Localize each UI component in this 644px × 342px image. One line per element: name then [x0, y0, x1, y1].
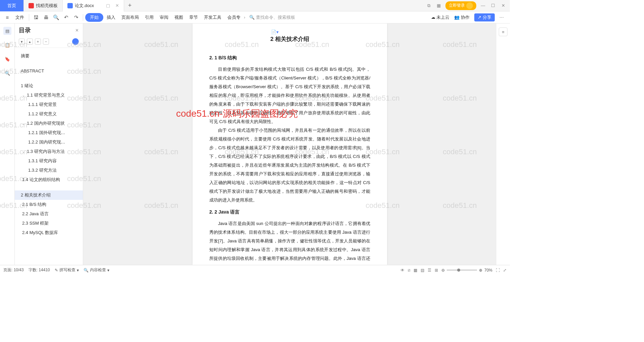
toc-item[interactable]: 2.2 Java 语言	[15, 209, 83, 219]
toc-item[interactable]: 1.1.2 研究意义	[15, 109, 83, 119]
doc-heading-3a: 2. 1 B/S 结构	[209, 53, 370, 62]
toc-item[interactable]: ABSTRACT	[15, 67, 83, 75]
layout-icon[interactable]: ⧉	[425, 2, 432, 9]
redo-icon[interactable]: ↷	[71, 13, 81, 22]
tab-screen-icon[interactable]: ▢	[106, 3, 110, 8]
toc-close-icon[interactable]: ✕	[75, 28, 79, 33]
fitpage-icon[interactable]: ⛶	[496, 268, 500, 273]
menu-chapter[interactable]: 章节	[186, 13, 201, 22]
toc-add-icon[interactable]: +	[35, 39, 41, 45]
tab-document[interactable]: 论文.docx▢✕	[63, 0, 124, 11]
view-print-icon[interactable]: ▤	[421, 268, 424, 273]
toc-collapse-icon[interactable]: ▾	[19, 39, 25, 45]
menu-ref[interactable]: 引用	[142, 13, 156, 22]
daokeicon	[29, 3, 34, 8]
menu-layout[interactable]: 页面布局	[119, 13, 142, 22]
toc-item[interactable]: 1.2.1 国外研究现…	[15, 128, 83, 137]
page-marker-icon[interactable]: 📄▾	[271, 30, 279, 35]
chevron-down-icon: ⌄	[22, 122, 26, 125]
print-icon[interactable]: 🖶	[41, 13, 51, 22]
view-outline-icon[interactable]: ☰	[428, 268, 431, 273]
zoom-out-icon[interactable]: ⊖	[441, 268, 445, 273]
apps-icon[interactable]: ▦	[435, 2, 442, 9]
dock-menu-icon[interactable]: ≡	[499, 27, 507, 36]
toc-item[interactable]: 1.4 论文的组织结构	[15, 175, 83, 184]
doc-paragraph: Java 语言是由美国 sun 公司提出的一种面向对象的程序设计语言，它拥有着优…	[209, 219, 370, 265]
toc-remove-icon[interactable]: −	[43, 39, 49, 45]
word-count[interactable]: 字数: 14410	[29, 267, 50, 273]
doc-heading-2: 2 相关技术介绍	[209, 34, 370, 45]
menu-start[interactable]: 开始	[85, 13, 103, 22]
menu-insert[interactable]: 插入	[104, 13, 118, 22]
search-icon[interactable]: 🔍	[3, 69, 11, 77]
menu-file[interactable]: 文件	[13, 13, 27, 22]
minimize-icon[interactable]: —	[480, 2, 486, 9]
zoom-in-icon[interactable]: ⊕	[479, 268, 482, 273]
titlebar: 首页 找稻壳模板 论文.docx▢✕ + ⧉ ▦ 立即登录 — ☐ ✕	[0, 0, 510, 11]
toc-list: 摘要ABSTRACT1 绪论⌄1.1 研究背景与意义1.1.1 研究背景1.1.…	[15, 48, 83, 265]
toc-ai-icon[interactable]	[72, 38, 79, 45]
right-dock: ≡	[496, 23, 510, 265]
hamburger-icon[interactable]: ≡	[3, 13, 12, 22]
word-icon	[67, 3, 73, 8]
tab-add[interactable]: +	[124, 2, 136, 9]
outline-icon[interactable]: ▤	[3, 27, 11, 35]
toc-item[interactable]: 1.1.1 研究背景	[15, 100, 83, 109]
chevron-down-icon: ⌄	[22, 150, 26, 154]
toc-item[interactable]: 摘要	[15, 51, 83, 61]
doc-heading-3b: 2. 2 Java 语言	[209, 207, 370, 217]
page-indicator[interactable]: 页面: 10/43	[3, 267, 24, 273]
toc-item[interactable]: ⌄1.1 研究背景与意义	[15, 91, 83, 100]
preview-icon[interactable]: 🔍	[51, 13, 61, 22]
avatar-icon	[466, 2, 473, 9]
toc-expand-icon[interactable]: ▴	[27, 39, 33, 45]
zoom-slider[interactable]	[447, 270, 477, 271]
fullscreen-icon[interactable]: ⤢	[503, 268, 506, 273]
menu-view[interactable]: 视图	[172, 13, 186, 22]
toc-title: 目录	[19, 26, 31, 34]
menu-review[interactable]: 审阅	[157, 13, 171, 22]
zoom-control[interactable]: ⊖ ⊕ 70%	[441, 268, 492, 273]
left-toolbar: ▤ 📋 🔖 🔍	[0, 23, 15, 265]
ruler-icon[interactable]: ⊞	[435, 268, 438, 273]
menu-dev[interactable]: 开发工具	[201, 13, 224, 22]
command-search[interactable]: 🔍 查找命令、搜索模板	[246, 14, 299, 20]
close-icon[interactable]: ✕	[500, 2, 506, 9]
chevron-down-icon: ⌄	[22, 94, 26, 97]
toc-item[interactable]: ⌄1.3 研究内容与方法	[15, 147, 83, 156]
tab-close-icon[interactable]: ✕	[115, 3, 119, 8]
toc-sidebar: 目录 ✕ ▾ ▴ + − 摘要ABSTRACT1 绪论⌄1.1 研究背景与意义1…	[15, 23, 83, 265]
collab-button[interactable]: 👥 协作	[454, 14, 470, 20]
zoom-level[interactable]: 70%	[484, 268, 492, 273]
toc-item[interactable]: 2 相关技术介绍	[15, 190, 83, 200]
eye-icon[interactable]: 👁	[400, 268, 405, 273]
share-button[interactable]: ↗ 分享	[474, 13, 495, 21]
menubar: ≡ 文件 🖫 🖶 🔍 ↶ ↷ 开始 插入 页面布局 引用 审阅 视图 章节 开发…	[0, 11, 510, 23]
toc-item[interactable]: 1.3.2 研究方法	[15, 166, 83, 175]
content-check-button[interactable]: 🔍 内容检查 ▾	[84, 267, 109, 273]
login-button[interactable]: 立即登录	[445, 1, 476, 10]
view-web-icon[interactable]: ▦	[414, 268, 417, 273]
maximize-icon[interactable]: ☐	[490, 2, 496, 9]
tab-templates[interactable]: 找稻壳模板	[24, 0, 63, 11]
toc-item[interactable]: 2.3 SSM 框架	[15, 219, 83, 228]
doc-paragraph: 目前使用较多的开发结构模式大致可以包括 C/S 模式和 B/S 模式[5]。其中…	[209, 65, 370, 126]
statusbar: 页面: 10/43 字数: 14410 ✎ 拼写检查 ▾ 🔍 内容检查 ▾ 👁 …	[0, 265, 510, 275]
bookmark-icon[interactable]: 🔖	[3, 55, 11, 63]
document-canvas[interactable]: 📄▾ 2 相关技术介绍 2. 1 B/S 结构 目前使用较多的开发结构模式大致可…	[83, 23, 496, 265]
toc-item[interactable]: 2.1 B/S 结构	[15, 200, 83, 209]
toc-item[interactable]: 1.2.2 国内研究现…	[15, 137, 83, 147]
undo-icon[interactable]: ↶	[61, 13, 71, 22]
toc-item[interactable]: 1 绪论	[15, 81, 83, 91]
cloud-status[interactable]: ☁ 未上云	[431, 14, 450, 20]
save-icon[interactable]: 🖫	[31, 13, 41, 22]
spellcheck-button[interactable]: ✎ 拼写检查 ▾	[55, 267, 79, 273]
typewriter-icon[interactable]: ⎚	[408, 268, 410, 273]
menu-member[interactable]: 会员专	[225, 13, 243, 22]
toc-item[interactable]: 1.3.1 研究内容	[15, 156, 83, 166]
doc-paragraph: 由于 C/S 模式适用于小范围的局域网，并且具有一定的通信效率，所以在以前系统规…	[209, 126, 370, 205]
clipboard-icon[interactable]: 📋	[3, 41, 11, 49]
toc-item[interactable]: 2.4 MySQL 数据库	[15, 228, 83, 237]
tab-home[interactable]: 首页	[0, 0, 24, 11]
toc-item[interactable]: ⌄1.2 国内外研究现状	[15, 119, 83, 128]
